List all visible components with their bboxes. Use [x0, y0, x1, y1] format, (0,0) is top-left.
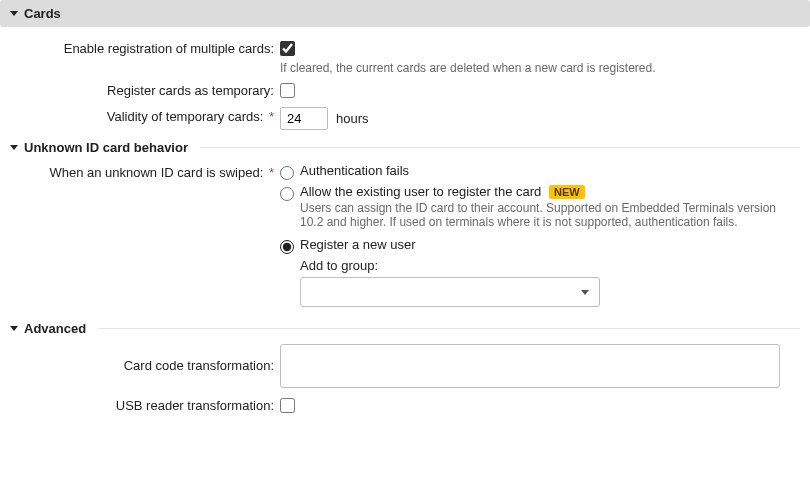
subsection-title-advanced: Advanced — [24, 321, 86, 336]
label-add-to-group: Add to group: — [300, 258, 780, 273]
row-usb-transformation: USB reader transformation: — [0, 396, 810, 416]
chevron-down-icon — [581, 290, 589, 295]
radio-label-auth-fails: Authentication fails — [300, 163, 409, 178]
label-validity: Validity of temporary cards: — [107, 109, 264, 124]
divider — [98, 328, 800, 329]
radio-input-register-new-user[interactable] — [280, 240, 294, 254]
unit-validity: hours — [336, 111, 369, 126]
radio-input-allow-register[interactable] — [280, 187, 294, 201]
subsection-header-advanced[interactable]: Advanced — [0, 319, 810, 338]
help-enable-multi: If cleared, the current cards are delete… — [280, 61, 780, 75]
select-add-to-group[interactable] — [300, 277, 600, 307]
required-mark: * — [269, 109, 274, 124]
row-temporary: Register cards as temporary: — [0, 81, 810, 101]
label-temporary: Register cards as temporary: — [107, 83, 274, 98]
required-mark: * — [269, 165, 274, 180]
checkbox-temporary[interactable] — [280, 83, 295, 98]
divider — [200, 147, 800, 148]
radio-auth-fails[interactable]: Authentication fails — [280, 163, 780, 180]
checkbox-usb-transformation[interactable] — [280, 398, 295, 413]
row-card-code: Card code transformation: — [0, 344, 810, 388]
radio-register-new-user[interactable]: Register a new user Add to group: — [280, 237, 780, 307]
label-enable-multi: Enable registration of multiple cards: — [64, 41, 274, 56]
help-allow-register: Users can assign the ID card to their ac… — [300, 201, 780, 229]
section-title: Cards — [24, 6, 61, 21]
chevron-down-icon — [10, 326, 18, 331]
row-validity: Validity of temporary cards: * hours — [0, 107, 810, 130]
section-header-cards[interactable]: Cards — [0, 0, 810, 27]
label-unknown-swipe: When an unknown ID card is swiped: — [49, 165, 263, 180]
subsection-title-unknown: Unknown ID card behavior — [24, 140, 188, 155]
chevron-down-icon — [10, 11, 18, 16]
radio-label-register-new-user: Register a new user — [300, 237, 416, 252]
radio-label-allow-register: Allow the existing user to register the … — [300, 184, 541, 199]
input-validity-hours[interactable] — [280, 107, 328, 130]
label-usb-transformation: USB reader transformation: — [116, 398, 274, 413]
row-enable-multi: Enable registration of multiple cards: I… — [0, 39, 810, 75]
chevron-down-icon — [10, 145, 18, 150]
radio-input-auth-fails[interactable] — [280, 166, 294, 180]
input-card-code-transformation[interactable] — [280, 344, 780, 388]
label-card-code: Card code transformation: — [124, 358, 274, 373]
checkbox-enable-multi[interactable] — [280, 41, 295, 56]
radio-allow-register[interactable]: Allow the existing user to register the … — [280, 184, 780, 229]
badge-new: NEW — [549, 185, 585, 199]
row-unknown-swipe: When an unknown ID card is swiped: * Aut… — [0, 163, 810, 311]
subsection-header-unknown[interactable]: Unknown ID card behavior — [0, 138, 810, 157]
